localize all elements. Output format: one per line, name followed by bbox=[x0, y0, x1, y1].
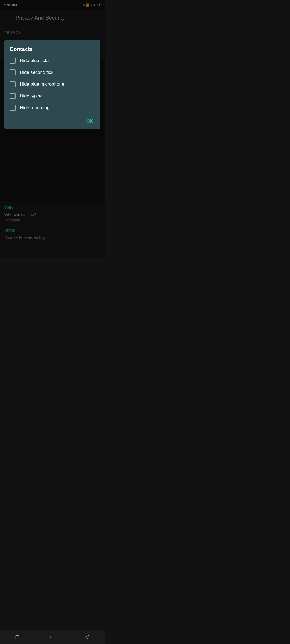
checkbox-hide-recording[interactable] bbox=[10, 105, 16, 111]
dialog-title: Contacts bbox=[10, 46, 95, 52]
checkbox-label-2: Hide blue microphone bbox=[20, 82, 64, 87]
contacts-dialog: Contacts Hide blue ticks Hide second tic… bbox=[4, 40, 100, 129]
checkbox-hide-typing[interactable] bbox=[10, 93, 16, 99]
dialog-footer: OK bbox=[10, 117, 95, 125]
checkbox-item-2: Hide blue microphone bbox=[10, 81, 95, 87]
checkbox-item-1: Hide second tick bbox=[10, 69, 95, 75]
ok-button[interactable]: OK bbox=[84, 118, 95, 125]
checkbox-label-4: Hide recording… bbox=[20, 105, 54, 111]
checkbox-hide-second-tick[interactable] bbox=[10, 69, 16, 75]
checkbox-label-1: Hide second tick bbox=[20, 70, 53, 75]
checkbox-label-0: Hide blue ticks bbox=[20, 58, 50, 63]
checkbox-label-3: Hide typing… bbox=[20, 93, 47, 99]
checkbox-item-3: Hide typing… bbox=[10, 93, 95, 99]
checkbox-item-4: Hide recording… bbox=[10, 105, 95, 111]
checkbox-hide-blue-ticks[interactable] bbox=[10, 58, 16, 64]
checkbox-hide-blue-microphone[interactable] bbox=[10, 81, 16, 87]
checkbox-item-0: Hide blue ticks bbox=[10, 58, 95, 64]
